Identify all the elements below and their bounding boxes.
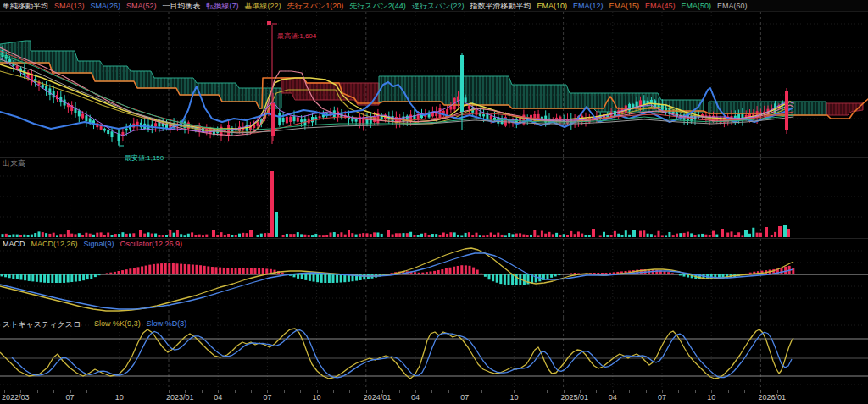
- axis-tick: [448, 390, 449, 393]
- legend-item-ema12[interactable]: EMA(12): [573, 0, 604, 12]
- legend-item-ema50[interactable]: EMA(50): [682, 0, 712, 12]
- axis-tick: [646, 390, 647, 393]
- axis-label-07: 07: [263, 393, 271, 401]
- legend-item-ema-group-title: 指数平滑移動平均: [470, 0, 531, 12]
- legend-item-chikou22[interactable]: 遅行スパン(22): [412, 0, 465, 12]
- axis-tick: [235, 390, 236, 393]
- axis-label-10: 10: [313, 393, 321, 401]
- legend-item-ichimoku-group-title: 一目均衡表: [163, 0, 201, 12]
- legend-item-ema45[interactable]: EMA(45): [645, 0, 676, 12]
- macd-legend-item-macd-title: MACD: [3, 240, 25, 248]
- axis-label-10: 10: [115, 393, 124, 401]
- axis-tick: [333, 390, 334, 393]
- volume-chart-canvas[interactable]: [0, 158, 868, 239]
- axis-tick: [136, 390, 136, 393]
- stochastic-legend: ストキャスティクスローSlow %K(9,3)Slow %D(3): [3, 319, 186, 330]
- legend-item-sma-group-title: 単純移動平均: [3, 0, 48, 12]
- stock-chart-app: 単純移動平均SMA(13)SMA(26)SMA(52)一目均衡表転換線(7)基準…: [0, 0, 868, 404]
- axis-tick: [53, 390, 54, 393]
- axis-tick: [596, 390, 597, 393]
- volume-panel[interactable]: 出来高: [0, 158, 868, 239]
- axis-tick: [284, 390, 285, 393]
- axis-tick: [251, 390, 252, 393]
- axis-tick: [728, 390, 729, 393]
- macd-legend-item-signal-line[interactable]: Signal(9): [84, 240, 114, 248]
- legend-item-sma52[interactable]: SMA(52): [126, 0, 157, 12]
- axis-tick: [678, 390, 679, 393]
- stoch-legend-item-slow-d[interactable]: Slow %D(3): [147, 319, 187, 330]
- axis-tick: [744, 390, 745, 393]
- axis-label-04: 04: [609, 393, 617, 401]
- time-axis[interactable]: 2022/0307102023/010407102024/01040710202…: [0, 390, 868, 404]
- legend-item-sma26[interactable]: SMA(26): [91, 0, 121, 12]
- axis-tick: [300, 390, 301, 393]
- axis-tick: [695, 390, 696, 393]
- axis-label-2024-01: 2024/01: [364, 393, 392, 401]
- axis-tick: [498, 390, 498, 393]
- legend-item-senkou1-20[interactable]: 先行スパン1(20): [287, 0, 344, 12]
- axis-label-10: 10: [509, 393, 518, 401]
- price-panel[interactable]: 最高値:1,604 最安値:1,150: [0, 12, 868, 158]
- indicator-legend: 単純移動平均SMA(13)SMA(26)SMA(52)一目均衡表転換線(7)基準…: [0, 0, 868, 12]
- axis-label-2023-01: 2023/01: [166, 393, 194, 401]
- axis-label-07: 07: [658, 393, 666, 401]
- lowest-price-annotation: 最安値:1,150: [125, 153, 164, 163]
- legend-item-ema15[interactable]: EMA(15): [609, 0, 640, 12]
- legend-item-senkou2-44[interactable]: 先行スパン2(44): [349, 0, 406, 12]
- axis-tick: [349, 390, 350, 393]
- macd-panel[interactable]: MACDMACD(12,26)Signal(9)Oscillator(12,26…: [0, 239, 868, 318]
- axis-tick: [431, 390, 432, 393]
- axis-tick: [202, 390, 203, 393]
- axis-label-07: 07: [66, 393, 75, 401]
- macd-chart-canvas[interactable]: [0, 239, 868, 318]
- axis-tick: [153, 390, 153, 393]
- axis-tick: [103, 390, 103, 393]
- axis-tick: [399, 390, 400, 393]
- macd-legend: MACDMACD(12,26)Signal(9)Oscillator(12,26…: [3, 240, 182, 248]
- axis-tick: [547, 390, 548, 393]
- legend-item-ema10[interactable]: EMA(10): [537, 0, 568, 12]
- axis-label-04: 04: [214, 393, 222, 401]
- stochastic-panel[interactable]: ストキャスティクスローSlow %K(9,3)Slow %D(3): [0, 318, 868, 390]
- axis-tick: [86, 390, 87, 393]
- highest-price-annotation: 最高値:1,604: [277, 31, 316, 41]
- axis-label-2026-01: 2026/01: [758, 393, 786, 401]
- axis-tick: [481, 390, 482, 393]
- macd-legend-item-macd-line[interactable]: MACD(12,26): [31, 240, 78, 248]
- axis-label-07: 07: [460, 393, 469, 401]
- axis-label-10: 10: [707, 393, 715, 401]
- legend-item-sma13[interactable]: SMA(13): [54, 0, 85, 12]
- axis-tick: [37, 390, 38, 393]
- stoch-legend-item-stoch-title: ストキャスティクスロー: [3, 319, 88, 330]
- axis-tick: [629, 390, 630, 393]
- axis-label-2022-03: 2022/03: [2, 393, 30, 401]
- legend-item-kijun22[interactable]: 基準線(22): [245, 0, 281, 12]
- axis-tick: [531, 390, 531, 393]
- stoch-legend-item-slow-k[interactable]: Slow %K(9,3): [94, 319, 141, 330]
- volume-panel-label: 出来高: [3, 158, 25, 169]
- price-chart-canvas[interactable]: [0, 12, 868, 158]
- legend-item-tenkan7[interactable]: 転換線(7): [207, 0, 239, 12]
- axis-label-04: 04: [411, 393, 420, 401]
- axis-label-2025-01: 2025/01: [561, 393, 589, 401]
- legend-item-ema60[interactable]: EMA(60): [717, 0, 748, 12]
- macd-legend-item-oscillator[interactable]: Oscillator(12,26,9): [120, 240, 183, 248]
